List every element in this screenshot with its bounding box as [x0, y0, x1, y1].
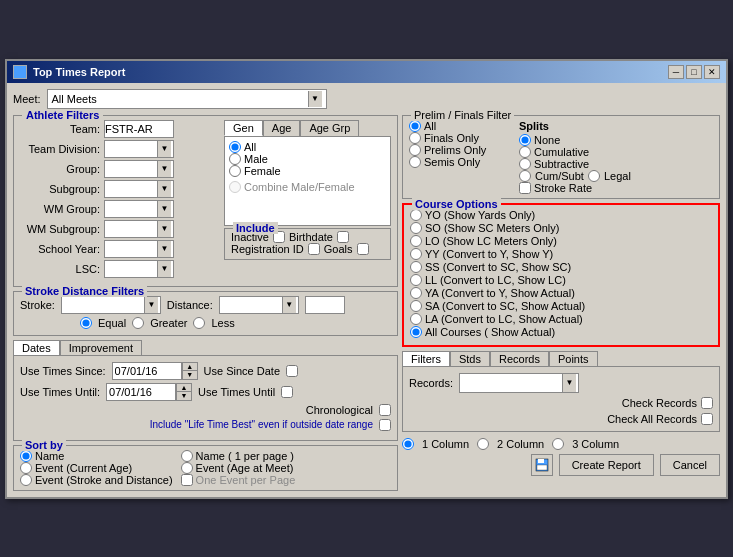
maximize-button[interactable]: □ [686, 65, 702, 79]
course-so-radio[interactable] [410, 222, 422, 234]
greater-radio[interactable] [132, 317, 144, 329]
col-1-radio[interactable] [402, 438, 414, 450]
bottom-left-tabs-container: Dates Improvement Use Times Since: ▲ ▼ [13, 340, 398, 441]
check-records-checkbox[interactable] [701, 397, 713, 409]
sort-name-radio[interactable] [20, 450, 32, 462]
subgroup-combo[interactable]: ▼ [104, 180, 174, 198]
wmg-arrow[interactable]: ▼ [157, 201, 171, 217]
tab-filters[interactable]: Filters [402, 351, 450, 366]
splits-subtractive-radio[interactable] [519, 158, 531, 170]
semis-only-label: Semis Only [424, 156, 480, 168]
course-so-label: SO (Show SC Meters Only) [425, 222, 559, 234]
lsc-combo[interactable]: ▼ [104, 260, 174, 278]
lifetime-best-checkbox[interactable] [379, 419, 391, 431]
prelim-all-radio[interactable] [409, 120, 421, 132]
splits-none-radio[interactable] [519, 134, 531, 146]
meet-combo[interactable]: All Meets ▼ [47, 89, 327, 109]
check-all-records-checkbox[interactable] [701, 413, 713, 425]
minimize-button[interactable]: ─ [668, 65, 684, 79]
gender-female-radio[interactable] [229, 165, 241, 177]
equal-radio[interactable] [80, 317, 92, 329]
use-times-since-input[interactable] [112, 362, 182, 380]
school-year-combo[interactable]: ▼ [104, 240, 174, 258]
course-la-label: LA (Convert to LC, Show Actual) [425, 313, 583, 325]
wm-group-combo[interactable]: ▼ [104, 200, 174, 218]
sort-name-1pp-radio[interactable] [181, 450, 193, 462]
finals-only-radio[interactable] [409, 132, 421, 144]
distance-combo[interactable]: ▼ [219, 296, 299, 314]
dist-arrow[interactable]: ▼ [282, 297, 296, 313]
cancel-button[interactable]: Cancel [660, 454, 720, 476]
until-spinner-up[interactable]: ▲ [177, 384, 191, 392]
wm-group-label: WM Group: [20, 203, 100, 215]
team-input[interactable] [104, 120, 174, 138]
sort-event-current-radio[interactable] [20, 462, 32, 474]
tab-records[interactable]: Records [490, 351, 549, 366]
sort-one-event-checkbox[interactable] [181, 474, 193, 486]
distance-input[interactable] [305, 296, 345, 314]
sort-event-age-radio[interactable] [181, 462, 193, 474]
stroke-combo[interactable]: ▼ [61, 296, 161, 314]
g-arrow[interactable]: ▼ [157, 161, 171, 177]
use-since-date-checkbox[interactable] [286, 365, 298, 377]
gender-male-radio[interactable] [229, 153, 241, 165]
spinner-up[interactable]: ▲ [183, 363, 197, 371]
col-2-radio[interactable] [477, 438, 489, 450]
tab-age-grp[interactable]: Age Grp [300, 120, 359, 136]
tab-improvement[interactable]: Improvement [60, 340, 142, 355]
prelims-only-radio[interactable] [409, 144, 421, 156]
sort-event-stroke-radio[interactable] [20, 474, 32, 486]
splits-cumulative-radio[interactable] [519, 146, 531, 158]
col-3-radio[interactable] [552, 438, 564, 450]
include-section: Include Inactive Birthdate Registration … [224, 228, 391, 260]
records-combo[interactable]: ▼ [459, 373, 579, 393]
create-report-button[interactable]: Create Report [559, 454, 654, 476]
chronological-checkbox[interactable] [379, 404, 391, 416]
course-la-radio[interactable] [410, 313, 422, 325]
course-yy-radio[interactable] [410, 248, 422, 260]
course-ya-radio[interactable] [410, 287, 422, 299]
sy-arrow[interactable]: ▼ [157, 241, 171, 257]
course-ss-radio[interactable] [410, 261, 422, 273]
use-times-until-input[interactable] [106, 383, 176, 401]
birthdate-checkbox[interactable] [337, 231, 349, 243]
semis-only-radio[interactable] [409, 156, 421, 168]
splits-cum-subt-radio[interactable] [519, 170, 531, 182]
records-combo-arrow[interactable]: ▼ [562, 374, 576, 392]
registration-id-checkbox[interactable] [308, 243, 320, 255]
course-all-radio[interactable] [410, 326, 422, 338]
tab-age[interactable]: Age [263, 120, 301, 136]
goals-checkbox[interactable] [357, 243, 369, 255]
gender-all-radio[interactable] [229, 141, 241, 153]
combine-radio[interactable] [229, 181, 241, 193]
tab-points[interactable]: Points [549, 351, 598, 366]
save-button[interactable] [531, 454, 553, 476]
course-lo-row: LO (Show LC Meters Only) [410, 235, 712, 247]
tab-stds[interactable]: Stds [450, 351, 490, 366]
wm-subgroup-combo[interactable]: ▼ [104, 220, 174, 238]
tab-gen[interactable]: Gen [224, 120, 263, 136]
stroke-arrow[interactable]: ▼ [144, 297, 158, 313]
group-combo[interactable]: ▼ [104, 160, 174, 178]
td-arrow[interactable]: ▼ [157, 141, 171, 157]
group-label: Group: [20, 163, 100, 175]
tab-dates[interactable]: Dates [13, 340, 60, 355]
wmsg-arrow[interactable]: ▼ [157, 221, 171, 237]
course-ll-radio[interactable] [410, 274, 422, 286]
lsc-arrow[interactable]: ▼ [157, 261, 171, 277]
until-spinner-down[interactable]: ▼ [177, 392, 191, 400]
spinner-down[interactable]: ▼ [183, 371, 197, 379]
course-lo-radio[interactable] [410, 235, 422, 247]
splits-legal-radio[interactable] [588, 170, 600, 182]
content-area: Meet: All Meets ▼ Athlete Filters [7, 83, 726, 497]
course-yo-radio[interactable] [410, 209, 422, 221]
close-button[interactable]: ✕ [704, 65, 720, 79]
sort-event-current-row: Event (Current Age) [20, 462, 173, 474]
use-times-until-checkbox[interactable] [281, 386, 293, 398]
course-sa-radio[interactable] [410, 300, 422, 312]
less-radio[interactable] [193, 317, 205, 329]
sg-arrow[interactable]: ▼ [157, 181, 171, 197]
team-division-combo[interactable]: ▼ [104, 140, 174, 158]
meet-combo-arrow[interactable]: ▼ [308, 91, 322, 107]
stroke-rate-checkbox[interactable] [519, 182, 531, 194]
